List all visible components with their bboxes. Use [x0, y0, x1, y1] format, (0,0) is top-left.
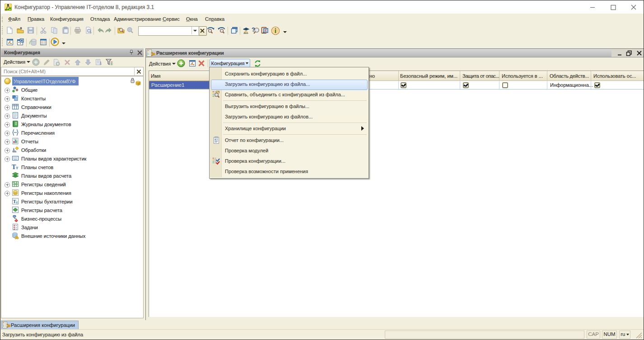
svg-text:т: т	[16, 165, 19, 170]
svg-text:т: т	[16, 200, 18, 204]
